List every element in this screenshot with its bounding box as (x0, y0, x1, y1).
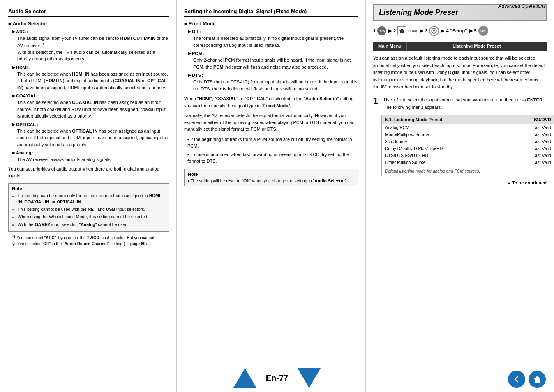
arrow-4: ▶ (469, 28, 473, 34)
hdmi-title: HDMI: (12, 65, 169, 70)
arc-body: The audio signal from your TV tuner can … (12, 35, 169, 62)
mid-bullet-1: • If the beginnings of tracks from a PCM… (184, 136, 358, 150)
mid-note-title: Note (188, 172, 354, 177)
bottom-nav: En-77 (0, 368, 554, 388)
arc-title: ARC: (12, 29, 169, 34)
menu-table-header: 5-1. Listening Mode Preset BD/DVD (382, 115, 554, 124)
coaxial-body: This can be selected when COAXIAL IN has… (12, 99, 169, 120)
table-header-left: 5-1. Listening Mode Preset (385, 117, 442, 122)
off-title: Off: (188, 29, 358, 34)
left-note-box: Note This setting can be made only for a… (8, 183, 169, 232)
dts-item: DTS: Only DTS (but not DTS-HD) format in… (184, 73, 358, 92)
arc-item: ARC: The audio signal from your TV tuner… (8, 29, 169, 62)
left-note-title: Note (12, 186, 165, 191)
hdmi-body: This can be selected when HDMI IN has be… (12, 71, 169, 91)
svg-marker-0 (399, 28, 404, 33)
right-column: Listening Mode Preset 1 RCV ▶ 2 HOME ▶ 3… (366, 0, 554, 392)
row-4-right: Last Valid (533, 153, 551, 158)
step-1-following: The following menu appears. (384, 105, 442, 110)
row-2-right: Last Valid (533, 139, 551, 144)
home-label: HOME (408, 29, 418, 33)
menu-bar: Main Menu Listening Mode Preset (373, 42, 547, 51)
menu-table: 5-1. Listening Mode Preset BD/DVD Analog… (381, 115, 554, 176)
row-5-right: Last Valid (533, 160, 551, 165)
row-1-left: Mono/Multiplex Source (385, 132, 429, 137)
pcm-body: Only 2-channel PCM format input signals … (188, 57, 358, 70)
left-note-1: This setting can be made only for an inp… (18, 193, 165, 205)
mid-column: Setting the Incoming Digital Signal (Fix… (177, 0, 366, 392)
arrow-up-down: ↑ / ↓ (393, 97, 402, 102)
arrow-3: ▶ (441, 28, 444, 34)
pcm-title: PCM: (188, 51, 358, 56)
bottom-right-icons (508, 371, 546, 388)
arrow-2: ▶ (420, 28, 423, 34)
ok-icon: OK (478, 26, 488, 36)
optical-item: OPTICAL: This can be selected when OPTIC… (8, 122, 169, 148)
left-note-4: With the GAME2 input selector, "Analog" … (18, 221, 165, 228)
step-1-instruction: 1 Use ↑ / ↓ to select the input source t… (373, 97, 547, 111)
row-4-left: DTS/DTS-ES/DTS-HD (385, 153, 428, 158)
row-3-left: Dolby D/Dolby D Plus/TrueHD (385, 146, 443, 151)
table-row: 2ch Source Last Valid (382, 138, 554, 145)
dts-body: Only DTS (but not DTS-HD) format input s… (188, 78, 358, 92)
table-row: Mono/Multiplex Source Last Valid (382, 131, 554, 138)
menu-bar-right: Listening Mode Preset (407, 42, 547, 51)
step-num-1: 1 (373, 28, 376, 33)
step-num-3: 3 (425, 28, 427, 33)
svg-marker-3 (534, 376, 540, 383)
left-column: Audio Selector Audio Selector ARC: The a… (0, 0, 177, 392)
mid-after-items: When "HDMI", "COAXIAL" or "OPTICAL" is s… (184, 95, 358, 109)
step-num-5: 5 (474, 28, 477, 33)
selector-icon (429, 26, 439, 36)
table-header-right: BD/DVD (534, 117, 551, 122)
mid-bullet-2: • If noise is produced when fast forward… (184, 151, 358, 165)
back-button[interactable] (508, 371, 525, 388)
left-notes-list: This setting can be made only for an inp… (12, 193, 165, 228)
svg-point-2 (433, 30, 435, 32)
hdmi-item: HDMI: This can be selected when HDMI IN … (8, 65, 169, 91)
step-num-4: 4 (446, 28, 448, 33)
row-0-left: Analog/PCM (385, 125, 409, 130)
table-row: Dolby D/Dolby D Plus/TrueHD Last Valid (382, 145, 554, 152)
footnote: *1 You can select "ARC" if you select th… (8, 234, 169, 247)
next-page-button[interactable] (298, 368, 321, 388)
setup-label: "Setup" (450, 28, 467, 33)
table-row: Other Multich Source Last Valid (382, 159, 554, 166)
off-body: The format is detected automatically. If… (188, 35, 358, 48)
coaxial-title: COAXIAL: (12, 93, 169, 98)
home-nav-button[interactable] (529, 371, 546, 388)
step-1-content: Use ↑ / ↓ to select the input source tha… (384, 97, 544, 111)
left-note-3: When using the Whole House Mode, this se… (18, 214, 165, 220)
mid-note-text: • The setting will be reset to "Off" whe… (188, 178, 354, 183)
coaxial-item: COAXIAL: This can be selected when COAXI… (8, 93, 169, 120)
off-item: Off: The format is detected automaticall… (184, 29, 358, 48)
menu-bar-left: Main Menu (373, 42, 407, 51)
left-subsection-title: Audio Selector (8, 21, 169, 27)
after-items-text: You can set priorities of audio output w… (8, 166, 169, 179)
analog-item: Analog: The AV receiver always outputs a… (8, 150, 169, 163)
mid-normally-text: Normally, the AV receiver detects the si… (184, 112, 358, 133)
pcm-item: PCM: Only 2-channel PCM format input sig… (184, 51, 358, 70)
left-section-title: Audio Selector (8, 8, 169, 17)
prev-page-button[interactable] (233, 368, 256, 388)
listening-mode-title: Listening Mode Preset (379, 8, 541, 17)
analog-body: The AV receiver always outputs analog si… (12, 156, 169, 163)
left-note-2: This setting cannot be used with the NET… (18, 206, 165, 212)
page-header: Advanced Operations (499, 3, 546, 9)
step-icons-row: 1 RCV ▶ 2 HOME ▶ 3 ▶ 4 "Setup" ▶ 5 OK (373, 26, 547, 36)
row-5-left: Other Multich Source (385, 160, 426, 165)
optical-title: OPTICAL: (12, 122, 169, 127)
mid-section-title: Setting the Incoming Digital Signal (Fix… (184, 8, 358, 17)
table-footer: Default listening mode for analog and PC… (382, 166, 554, 176)
mid-subsection-title: Fixed Mode (184, 21, 358, 27)
row-0-right: Last Valid (533, 125, 551, 130)
table-row: Analog/PCM Last Valid (382, 124, 554, 131)
row-3-right: Last Valid (533, 146, 551, 151)
description-text: You can assign a default listening mode … (373, 55, 547, 91)
dts-title: DTS: (188, 73, 358, 78)
row-2-left: 2ch Source (385, 139, 407, 144)
header-title: Advanced Operations (499, 3, 546, 9)
row-1-right: Last Valid (533, 132, 551, 137)
arrow-1: ▶ (388, 28, 392, 34)
analog-title: Analog: (12, 150, 169, 155)
